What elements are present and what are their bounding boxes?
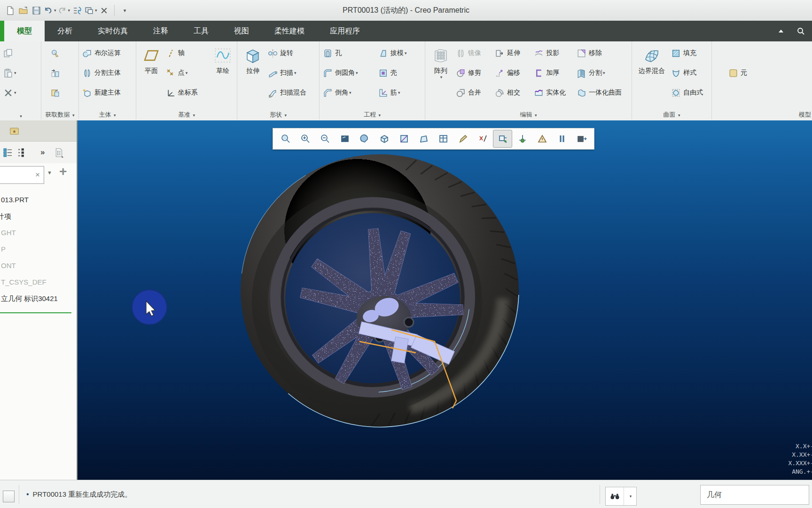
import-geometry-button[interactable] bbox=[49, 43, 61, 63]
save-button[interactable] bbox=[30, 3, 42, 17]
tree-item[interactable]: 013.PRT bbox=[0, 191, 77, 208]
layer-tree-icon[interactable] bbox=[17, 148, 27, 158]
pause-button[interactable] bbox=[552, 130, 571, 148]
tree-item[interactable]: P bbox=[0, 241, 77, 257]
zoom-out-button[interactable] bbox=[315, 130, 335, 148]
import-data-button[interactable] bbox=[49, 83, 61, 103]
boundary-blend-button[interactable]: 边界混合 bbox=[634, 43, 669, 109]
offset-button[interactable]: 偏移 bbox=[494, 63, 532, 83]
refit-button[interactable] bbox=[276, 130, 295, 148]
rib-button[interactable]: 筋▾ bbox=[377, 83, 422, 103]
freestyle-button[interactable]: 自由式 bbox=[670, 83, 704, 103]
section-view-button[interactable] bbox=[394, 130, 414, 148]
intersect-button[interactable]: 相交 bbox=[494, 83, 532, 103]
undo-dropdown-icon[interactable]: ▾ bbox=[54, 8, 56, 13]
message-log-toggle[interactable] bbox=[3, 491, 15, 502]
axis-button[interactable]: 轴 bbox=[165, 43, 210, 63]
graphics-viewport[interactable]: X.X+-0X.XX+-0X.XXX+-0ANG.+-0 bbox=[78, 120, 812, 480]
window-dropdown-icon[interactable]: ▾ bbox=[95, 8, 97, 13]
tab-0[interactable]: 模型 bbox=[4, 21, 45, 41]
tree-search-input[interactable]: × bbox=[0, 166, 44, 184]
divide-dropdown-icon[interactable]: ▾ bbox=[603, 71, 605, 75]
group-label-model-intent[interactable]: 模型 bbox=[712, 111, 812, 119]
swept-blend-button[interactable]: 扫描混合 bbox=[267, 83, 307, 103]
solidify-button[interactable]: 实体化 bbox=[533, 83, 575, 103]
rib-dropdown-icon[interactable]: ▾ bbox=[398, 91, 400, 95]
import-part-button[interactable] bbox=[49, 63, 61, 83]
delete-dropdown-icon[interactable]: ▾ bbox=[14, 91, 16, 95]
redo-dropdown-icon[interactable]: ▾ bbox=[68, 8, 70, 13]
close-window-button[interactable] bbox=[98, 3, 110, 17]
repaint-button[interactable] bbox=[335, 130, 354, 148]
tree-item[interactable]: ONT bbox=[0, 257, 77, 274]
chamfer-button[interactable]: 倒角▾ bbox=[322, 83, 376, 103]
tree-settings-icon[interactable] bbox=[54, 148, 64, 158]
merge-button[interactable]: 合并 bbox=[455, 83, 493, 103]
tab-2[interactable]: 实时仿真 bbox=[85, 21, 141, 41]
extrude-button[interactable]: 拉伸 bbox=[240, 43, 266, 109]
customize-toolbar-button[interactable]: ▾ bbox=[118, 3, 131, 17]
search-dropdown-icon[interactable]: ▼ bbox=[47, 170, 52, 175]
shading-quality-button[interactable] bbox=[355, 130, 374, 148]
collapse-ribbon-icon[interactable] bbox=[776, 26, 786, 36]
tab-7[interactable]: 应用程序 bbox=[317, 21, 373, 41]
group-label-get-data[interactable]: 获取数据 ▾ bbox=[41, 111, 78, 119]
group-label-edit[interactable]: 编辑 ▾ bbox=[425, 111, 632, 119]
copy-button[interactable] bbox=[2, 43, 17, 63]
round-dropdown-icon[interactable]: ▾ bbox=[356, 71, 358, 75]
datum-display-filters-button[interactable] bbox=[473, 130, 492, 148]
display-style-button[interactable] bbox=[375, 130, 394, 148]
group-label-engineering[interactable]: 工程 ▾ bbox=[320, 111, 425, 119]
hole-button[interactable]: 孔 bbox=[322, 43, 376, 63]
clear-search-icon[interactable]: × bbox=[31, 170, 44, 180]
open-file-button[interactable] bbox=[17, 3, 29, 17]
group-label-datum[interactable]: 基准 ▾ bbox=[136, 111, 237, 119]
regenerate-button[interactable] bbox=[71, 3, 83, 17]
point-button[interactable]: 点▾ bbox=[165, 63, 210, 83]
chamfer-dropdown-icon[interactable]: ▾ bbox=[349, 91, 351, 95]
trim-button[interactable]: 修剪 bbox=[455, 63, 493, 83]
tab-4[interactable]: 工具 bbox=[181, 21, 221, 41]
overflow-chevrons-icon[interactable]: » bbox=[40, 148, 45, 157]
delete-button[interactable]: ▾ bbox=[2, 83, 17, 103]
round-button[interactable]: 倒圆角▾ bbox=[322, 63, 376, 83]
plane-button[interactable]: 平面 bbox=[139, 43, 164, 109]
view-manager-button[interactable] bbox=[434, 130, 453, 148]
draft-button[interactable]: 拔模▾ bbox=[377, 43, 422, 63]
spin-center-button[interactable] bbox=[493, 130, 512, 148]
3d-dragger-button[interactable] bbox=[513, 130, 532, 148]
tree-item[interactable]: 计项 bbox=[0, 208, 77, 224]
undo-button[interactable]: ▾ bbox=[43, 3, 56, 17]
detach-window-button[interactable] bbox=[572, 130, 591, 148]
new-body-button[interactable]: 新建主体 bbox=[81, 83, 122, 103]
new-file-button[interactable] bbox=[4, 3, 16, 17]
sketch-display-button[interactable] bbox=[453, 130, 473, 148]
group-label-shapes[interactable]: 形状 ▾ bbox=[237, 111, 319, 119]
perspective-view-button[interactable] bbox=[414, 130, 433, 148]
style-button[interactable]: 样式 bbox=[670, 63, 704, 83]
shell-button[interactable]: 壳 bbox=[377, 63, 422, 83]
project-button[interactable]: 投影 bbox=[533, 43, 575, 63]
model-tree-icon[interactable] bbox=[3, 148, 13, 158]
point-dropdown-icon[interactable]: ▾ bbox=[186, 71, 188, 75]
tab-3[interactable]: 注释 bbox=[141, 21, 181, 41]
paste-dropdown-icon[interactable]: ▾ bbox=[14, 71, 16, 75]
boolean-operations-button[interactable]: 布尔运算 bbox=[81, 43, 122, 63]
selection-filter-dropdown[interactable]: 几何 bbox=[700, 485, 809, 505]
remove-button[interactable]: 移除 bbox=[576, 43, 629, 63]
pattern-button[interactable]: 阵列 ▾ bbox=[428, 43, 454, 109]
tab-6[interactable]: 柔性建模 bbox=[262, 21, 317, 41]
zoom-in-button[interactable] bbox=[296, 130, 315, 148]
csys-button[interactable]: 坐标系 bbox=[165, 83, 210, 103]
group-label-bodies[interactable]: 主体 ▾ bbox=[79, 111, 136, 119]
window-button[interactable]: ▾ bbox=[84, 3, 97, 17]
find-dropdown[interactable]: ▾ bbox=[624, 487, 636, 505]
tab-1[interactable]: 分析 bbox=[45, 21, 85, 41]
file-menu-sliver[interactable] bbox=[0, 21, 4, 41]
sweep-button[interactable]: 扫描▾ bbox=[267, 63, 307, 83]
divide-button[interactable]: 分割▾ bbox=[576, 63, 629, 83]
revolve-button[interactable]: 旋转 bbox=[267, 43, 307, 63]
sketch-button[interactable]: 草绘 bbox=[211, 43, 234, 109]
search-command-icon[interactable] bbox=[796, 26, 805, 36]
analysis-display-button[interactable] bbox=[532, 130, 552, 148]
